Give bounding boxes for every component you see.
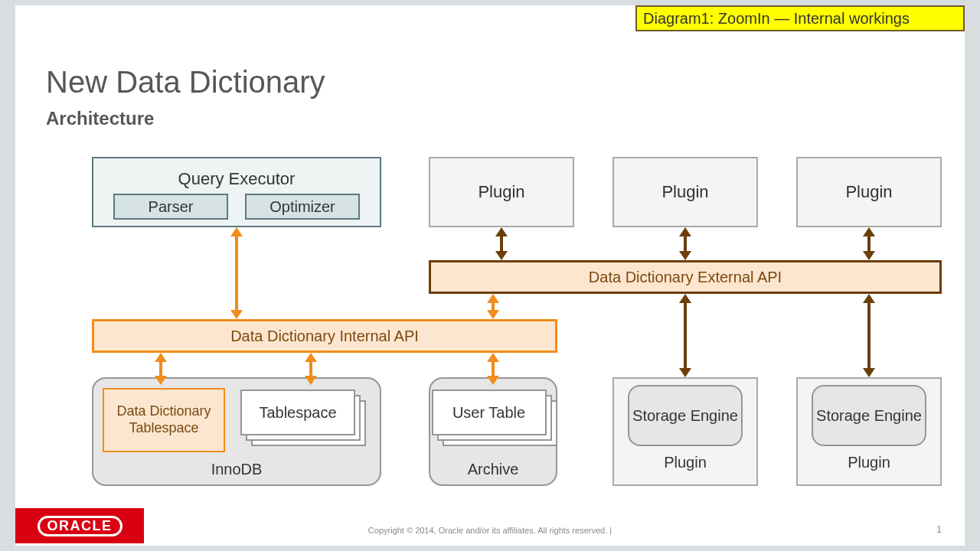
diagram-banner: Diagram1: ZoomIn — Internal workings (635, 5, 965, 31)
arrow-ext-int (487, 294, 499, 319)
plugin-top-3: Plugin (796, 157, 942, 227)
user-table-card: User Table (432, 390, 547, 435)
tablespace-card: Tablespace (240, 390, 355, 435)
plugin-top-1: Plugin (429, 157, 574, 227)
arrow-ext-storage1 (679, 294, 691, 377)
optimizer-box: Optimizer (245, 194, 360, 220)
plugin-top-2: Plugin (612, 157, 758, 227)
arrow-internal-archive (487, 353, 499, 385)
copyright-text: Copyright © 2014, Oracle and/or its affi… (15, 526, 965, 535)
storage-plugin-1: Storage Engine Plugin (612, 377, 758, 486)
innodb-box: Data Dictionary Tablespace Tablespace In… (92, 377, 381, 486)
dd-internal-api: Data Dictionary Internal API (92, 319, 557, 353)
arrow-plugin1-ext (495, 227, 508, 260)
archive-caption: Archive (430, 461, 556, 478)
storage-plugin-caption: Plugin (848, 454, 890, 471)
query-executor-label: Query Executor (178, 169, 296, 189)
arrow-ext-storage2 (863, 294, 875, 377)
slide-title: New Data Dictionary (46, 65, 325, 99)
storage-engine-inner: Storage Engine (812, 385, 926, 446)
dd-tablespace-box: Data Dictionary Tablespace (103, 388, 225, 452)
storage-plugin-2: Storage Engine Plugin (796, 377, 942, 486)
parser-box: Parser (113, 194, 228, 220)
dd-external-api: Data Dictionary External API (429, 260, 942, 294)
arrow-internal-innodb-dd (155, 353, 167, 385)
slide-subtitle: Architecture (46, 108, 154, 129)
page-number: 1 (936, 524, 942, 535)
innodb-caption: InnoDB (93, 461, 380, 478)
arrow-qe-internal (230, 227, 243, 319)
storage-engine-inner: Storage Engine (628, 385, 743, 446)
arrow-plugin3-ext (863, 227, 875, 260)
arrow-internal-innodb-ts (305, 353, 317, 385)
query-executor-box: Query Executor Parser Optimizer (92, 157, 381, 227)
storage-plugin-caption: Plugin (664, 454, 707, 471)
archive-box: User Table Archive (429, 377, 557, 486)
user-table-stack: User Table (432, 390, 558, 448)
oracle-logo-text: ORACLE (38, 516, 122, 536)
oracle-logo: ORACLE (15, 508, 144, 543)
arrow-plugin2-ext (679, 227, 691, 260)
slide: Diagram1: ZoomIn — Internal workings New… (15, 5, 965, 546)
